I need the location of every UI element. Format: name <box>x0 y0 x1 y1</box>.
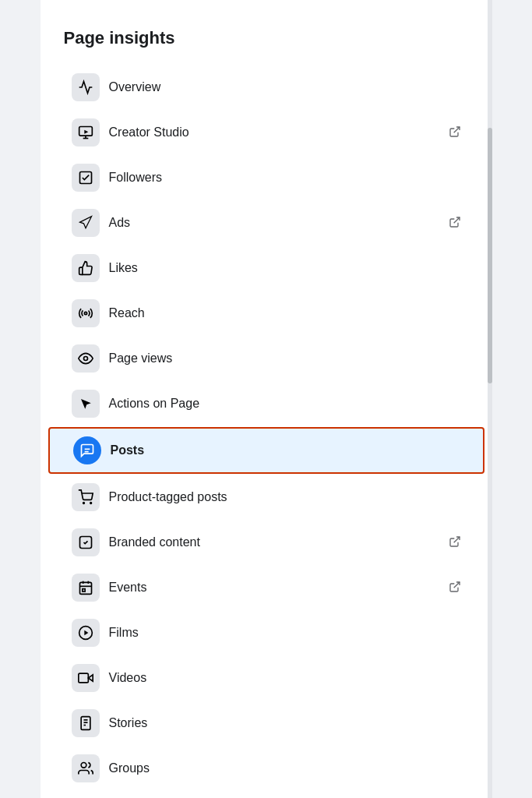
likes-icon <box>72 254 100 282</box>
events-icon <box>72 574 100 602</box>
sidebar-item-reach-label: Reach <box>109 306 461 320</box>
scrollbar[interactable] <box>488 0 492 798</box>
svg-rect-15 <box>79 582 91 594</box>
svg-marker-1 <box>84 130 88 134</box>
sidebar-item-groups[interactable]: Groups <box>48 747 484 790</box>
overview-icon <box>72 73 100 101</box>
sidebar-item-creator-studio[interactable]: Creator Studio <box>48 111 484 154</box>
sidebar-item-actions-on-page-label: Actions on Page <box>109 397 461 411</box>
sidebar-item-overview-label: Overview <box>109 80 461 94</box>
ads-icon <box>72 209 100 237</box>
sidebar-item-branded-content-label: Branded content <box>109 535 449 549</box>
sidebar-item-events-label: Events <box>109 581 449 595</box>
page-views-icon <box>72 344 100 373</box>
sidebar-item-likes-label: Likes <box>109 261 461 275</box>
svg-marker-22 <box>84 630 88 636</box>
sidebar-item-stories-label: Stories <box>109 716 461 730</box>
groups-icon <box>72 754 100 782</box>
sidebar-item-groups-label: Groups <box>109 761 461 775</box>
sidebar-item-videos[interactable]: Videos <box>48 656 484 700</box>
sidebar-item-overview[interactable]: Overview <box>48 65 484 109</box>
sidebar-item-films[interactable]: Films <box>48 611 484 655</box>
sidebar-item-creator-studio-label: Creator Studio <box>109 125 449 139</box>
ads-external-link-icon[interactable] <box>449 216 461 231</box>
branded-content-external-link-icon[interactable] <box>449 535 461 550</box>
events-external-link-icon[interactable] <box>449 581 461 595</box>
sidebar-item-product-tagged[interactable]: Product-tagged posts <box>48 475 484 519</box>
creator-studio-icon <box>72 118 100 147</box>
sidebar-item-branded-content[interactable]: Branded content <box>48 521 484 564</box>
reach-icon <box>72 299 100 327</box>
sidebar-container: Page insights OverviewCreator StudioFoll… <box>41 0 492 798</box>
svg-line-14 <box>453 537 459 542</box>
creator-studio-external-link-icon[interactable] <box>449 125 461 140</box>
branded-content-icon <box>72 528 100 556</box>
sidebar-item-reach[interactable]: Reach <box>48 291 484 335</box>
sidebar-item-films-label: Films <box>109 626 461 640</box>
sidebar-item-product-tagged-label: Product-tagged posts <box>109 490 461 504</box>
films-icon <box>72 619 100 647</box>
svg-point-12 <box>90 503 91 504</box>
svg-line-20 <box>453 582 459 588</box>
svg-line-4 <box>453 127 459 132</box>
svg-point-7 <box>84 312 86 314</box>
scrollbar-thumb[interactable] <box>488 128 492 383</box>
svg-rect-24 <box>78 673 88 683</box>
sidebar-item-followers[interactable]: Followers <box>48 156 484 200</box>
actions-on-page-icon <box>72 390 100 418</box>
sidebar-item-followers-label: Followers <box>109 171 461 185</box>
sidebar-item-ads-label: Ads <box>109 216 449 230</box>
sidebar-item-ads[interactable]: Ads <box>48 201 484 245</box>
svg-point-8 <box>83 357 87 361</box>
videos-icon <box>72 664 100 692</box>
menu-list: OverviewCreator StudioFollowersAdsLikesR… <box>41 65 492 798</box>
svg-rect-19 <box>82 589 84 591</box>
product-tagged-icon <box>72 483 100 511</box>
sidebar-item-page-views-label: Page views <box>109 351 461 365</box>
sidebar-item-posts[interactable]: Posts <box>48 427 484 474</box>
stories-icon <box>72 709 100 737</box>
page-title: Page insights <box>41 16 492 64</box>
sidebar-item-likes[interactable]: Likes <box>48 246 484 290</box>
sidebar-item-people[interactable]: People <box>48 792 484 798</box>
sidebar-item-actions-on-page[interactable]: Actions on Page <box>48 382 484 425</box>
posts-icon <box>73 436 101 464</box>
sidebar-item-stories[interactable]: Stories <box>48 701 484 745</box>
svg-line-6 <box>453 217 459 223</box>
sidebar-item-events[interactable]: Events <box>48 566 484 609</box>
sidebar-item-page-views[interactable]: Page views <box>48 337 484 380</box>
svg-point-29 <box>81 763 86 768</box>
sidebar-item-posts-label: Posts <box>111 443 460 457</box>
sidebar-item-videos-label: Videos <box>109 671 461 685</box>
followers-icon <box>72 164 100 192</box>
svg-point-11 <box>83 503 84 504</box>
svg-marker-23 <box>88 675 93 681</box>
